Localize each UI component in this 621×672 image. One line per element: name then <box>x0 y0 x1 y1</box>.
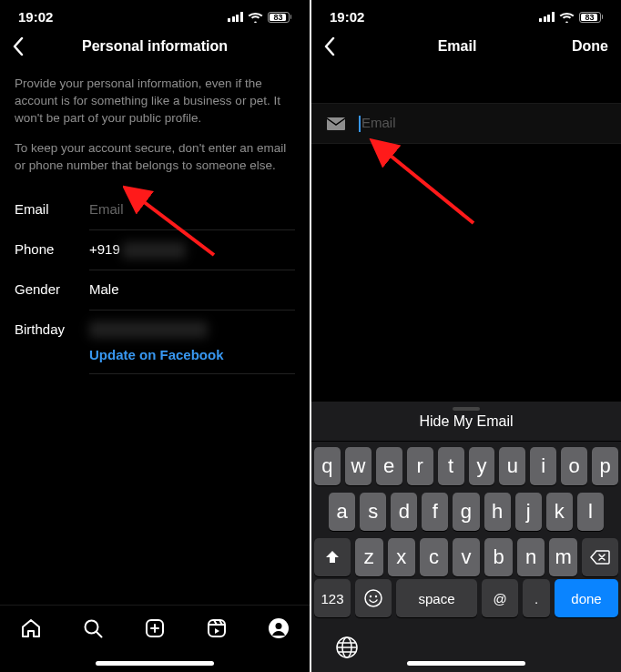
back-button[interactable] <box>324 37 351 56</box>
keyboard-row-3: z x c v b n m <box>314 538 618 576</box>
status-time: 19:02 <box>18 9 53 25</box>
page-title: Personal information <box>40 38 270 55</box>
email-value-placeholder: Email <box>89 201 295 217</box>
svg-point-11 <box>365 590 382 606</box>
key-s[interactable]: s <box>360 493 386 531</box>
key-d[interactable]: d <box>391 493 417 531</box>
status-indicators: 83 <box>539 12 603 23</box>
nav-header: Personal information <box>0 28 310 65</box>
home-indicator[interactable] <box>407 661 525 666</box>
keyboard-suggestion-bar[interactable]: Hide My Email <box>311 402 621 442</box>
key-shift[interactable] <box>314 538 351 576</box>
key-b[interactable]: b <box>484 538 513 576</box>
gender-label: Gender <box>15 270 89 311</box>
update-facebook-link[interactable]: Update on Facebook <box>89 338 295 362</box>
birthday-value-redacted <box>89 321 208 338</box>
status-bar: 19:02 83 <box>0 0 310 28</box>
key-m[interactable]: m <box>549 538 577 576</box>
battery-icon: 83 <box>268 12 292 23</box>
email-label: Email <box>15 190 89 230</box>
phone-right: 19:02 83 Email Done Email <box>311 0 621 672</box>
key-o[interactable]: o <box>561 447 587 485</box>
cellular-signal-icon <box>539 12 555 22</box>
key-y[interactable]: y <box>469 447 495 485</box>
keyboard-row-1: q w e r t y u i o p <box>314 447 618 485</box>
svg-point-13 <box>375 596 377 597</box>
key-p[interactable]: p <box>592 447 618 485</box>
key-k[interactable]: k <box>546 493 573 531</box>
phone-left: 19:02 83 Personal information Provide yo… <box>0 0 310 672</box>
svg-line-10 <box>386 152 473 223</box>
tab-reels[interactable] <box>205 616 229 640</box>
key-x[interactable]: x <box>388 538 416 576</box>
annotation-arrow-icon <box>366 134 484 234</box>
done-button[interactable]: Done <box>563 38 608 55</box>
tab-profile[interactable] <box>267 616 290 640</box>
tab-create[interactable] <box>143 616 167 640</box>
status-indicators: 83 <box>228 12 291 23</box>
info-paragraph-2: To keep your account secure, don't enter… <box>0 127 310 184</box>
key-emoji[interactable] <box>355 579 392 617</box>
status-time: 19:02 <box>330 9 364 25</box>
key-r[interactable]: r <box>407 447 433 485</box>
svg-point-12 <box>370 596 372 597</box>
key-space[interactable]: space <box>396 579 477 617</box>
key-f[interactable]: f <box>422 493 448 531</box>
key-u[interactable]: u <box>499 447 525 485</box>
back-button[interactable] <box>13 37 40 56</box>
key-j[interactable]: j <box>515 493 542 531</box>
key-dot[interactable]: . <box>523 579 550 617</box>
key-g[interactable]: g <box>453 493 479 531</box>
key-w[interactable]: w <box>345 447 372 485</box>
key-i[interactable]: i <box>530 447 556 485</box>
tab-search[interactable] <box>81 616 105 640</box>
key-numbers[interactable]: 123 <box>314 579 351 617</box>
email-input[interactable]: Email <box>351 104 606 143</box>
key-a[interactable]: a <box>329 493 355 531</box>
mail-icon <box>326 117 351 131</box>
key-backspace[interactable] <box>582 538 618 576</box>
battery-icon: 83 <box>579 12 604 23</box>
keyboard-row-bottom: 123 space @ . done <box>311 579 621 623</box>
key-v[interactable]: v <box>453 538 481 576</box>
svg-line-2 <box>97 632 102 637</box>
key-z[interactable]: z <box>355 538 383 576</box>
phone-label: Phone <box>15 230 89 270</box>
status-bar: 19:02 83 <box>311 0 621 28</box>
nav-header: Email Done <box>311 28 621 65</box>
info-paragraph-1: Provide your personal information, even … <box>0 65 310 127</box>
email-input-row[interactable]: Email <box>311 103 621 144</box>
key-c[interactable]: c <box>420 538 448 576</box>
globe-icon[interactable] <box>335 636 359 659</box>
key-h[interactable]: h <box>484 493 511 531</box>
keyboard-handle-icon[interactable] <box>453 407 480 411</box>
page-title: Email <box>351 38 563 55</box>
key-at[interactable]: @ <box>482 579 518 617</box>
row-email[interactable]: Email Email <box>0 190 310 230</box>
phone-value: +919 <box>89 241 295 259</box>
wifi-icon <box>559 12 575 23</box>
key-e[interactable]: e <box>376 447 402 485</box>
birthday-label: Birthday <box>15 311 89 374</box>
keyboard-footer <box>311 623 621 672</box>
key-done[interactable]: done <box>555 579 618 617</box>
suggestion-hide-my-email[interactable]: Hide My Email <box>419 413 513 430</box>
tab-home[interactable] <box>19 616 43 640</box>
key-q[interactable]: q <box>314 447 341 485</box>
wifi-icon <box>248 12 263 23</box>
keyboard-row-2: a s d f g h j k l <box>314 493 618 531</box>
cellular-signal-icon <box>228 12 243 22</box>
key-n[interactable]: n <box>517 538 545 576</box>
key-l[interactable]: l <box>577 493 604 531</box>
row-birthday[interactable]: Birthday Update on Facebook <box>0 311 310 374</box>
svg-rect-6 <box>209 620 225 636</box>
key-t[interactable]: t <box>438 447 464 485</box>
svg-rect-9 <box>327 117 345 130</box>
form: Email Email Phone +919 Gender Male Birth… <box>0 183 310 374</box>
row-gender[interactable]: Gender Male <box>0 270 310 311</box>
email-placeholder: Email <box>361 115 396 130</box>
row-phone[interactable]: Phone +919 <box>0 230 310 270</box>
gender-value: Male <box>89 281 295 297</box>
svg-point-8 <box>276 623 282 629</box>
home-indicator[interactable] <box>96 661 214 666</box>
